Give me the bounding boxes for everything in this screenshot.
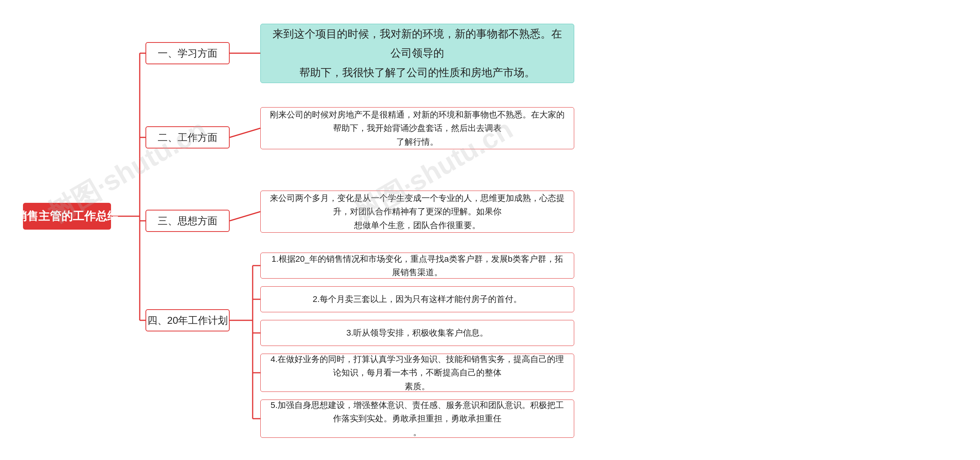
canvas: 树图·shutu.cn 树图·shutu.cn [0, 0, 980, 460]
leaf-4-2: 2.每个月卖三套以上，因为只有这样才能付房子的首付。 [260, 286, 574, 312]
leaf-4-5: 5.加强自身思想建设，增强整体意识、责任感、服务意识和团队意识。积极把工作落实到… [260, 400, 574, 438]
branch-3: 三、思想方面 [145, 210, 230, 232]
branch-4: 四、20年工作计划 [145, 309, 230, 331]
branch-2-label: 二、工作方面 [158, 131, 217, 144]
leaf-4-1: 1.根据20_年的销售情况和市场变化，重点寻找a类客户群，发展b类客户群，拓展销… [260, 253, 574, 279]
leaf-4-5-text: 5.加强自身思想建设，增强整体意识、责任感、服务意识和团队意识。积极把工作落实到… [268, 398, 566, 439]
leaf-4-3: 3.听从领导安排，积极收集客户信息。 [260, 320, 574, 346]
svg-line-8 [230, 212, 260, 221]
leaf-2-1-text: 刚来公司的时候对房地产不是很精通，对新的环境和新事物也不熟悉。在大家的帮助下，我… [268, 108, 566, 148]
leaf-4-2-text: 2.每个月卖三套以上，因为只有这样才能付房子的首付。 [313, 292, 522, 306]
leaf-4-4: 4.在做好业务的同时，打算认真学习业务知识、技能和销售实务，提高自己的理论知识，… [260, 354, 574, 392]
leaf-1-1-text: 来到这个项目的时候，我对新的环境，新的事物都不熟悉。在公司领导的 帮助下，我很快… [272, 24, 562, 82]
branch-2: 二、工作方面 [145, 126, 230, 148]
branch-1: 一、学习方面 [145, 42, 230, 64]
svg-line-6 [230, 128, 260, 137]
leaf-4-4-text: 4.在做好业务的同时，打算认真学习业务知识、技能和销售实务，提高自己的理论知识，… [268, 352, 566, 393]
root-node: 销售主管的工作总结 [23, 203, 111, 230]
leaf-4-1-text: 1.根据20_年的销售情况和市场变化，重点寻找a类客户群，发展b类客户群，拓展销… [268, 252, 566, 279]
leaf-1-1: 来到这个项目的时候，我对新的环境，新的事物都不熟悉。在公司领导的 帮助下，我很快… [260, 24, 574, 83]
leaf-4-3-text: 3.听从领导安排，积极收集客户信息。 [346, 326, 488, 339]
leaf-2-1: 刚来公司的时候对房地产不是很精通，对新的环境和新事物也不熟悉。在大家的帮助下，我… [260, 107, 574, 149]
leaf-3-1-text: 来公司两个多月，变化是从一个学生变成一个专业的人，思维更加成熟，心态提升，对团队… [268, 191, 566, 232]
leaf-3-1: 来公司两个多月，变化是从一个学生变成一个专业的人，思维更加成熟，心态提升，对团队… [260, 191, 574, 233]
branch-4-label: 四、20年工作计划 [147, 314, 228, 327]
branch-1-label: 一、学习方面 [158, 47, 217, 60]
root-label: 销售主管的工作总结 [15, 209, 119, 224]
branch-3-label: 三、思想方面 [158, 214, 217, 228]
